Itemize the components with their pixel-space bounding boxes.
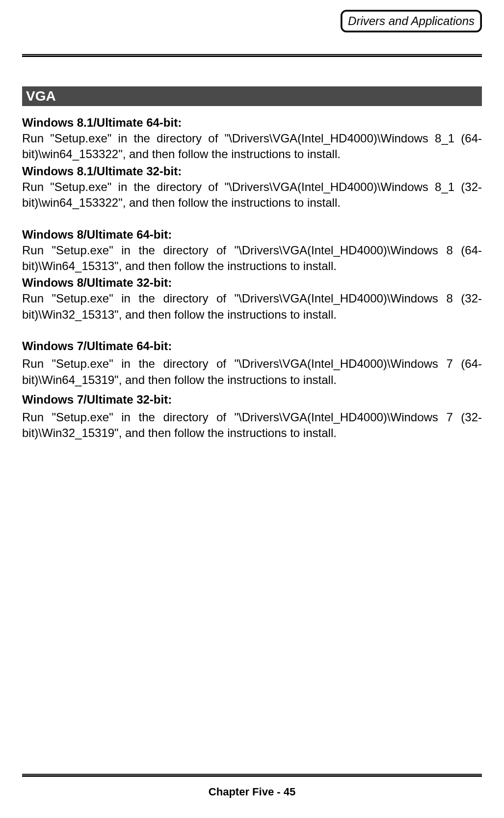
entry-body: Run "Setup.exe" in the directory of "\Dr… — [22, 131, 482, 163]
header-divider — [22, 54, 482, 57]
page-content: VGA Windows 8.1/Ultimate 64-bit: Run "Se… — [22, 86, 482, 441]
page-header: Drivers and Applications — [22, 15, 482, 44]
entry-heading: Windows 7/Ultimate 64-bit: — [22, 339, 482, 353]
entry-body: Run "Setup.exe" in the directory of "\Dr… — [22, 291, 482, 323]
section-title-bar: VGA — [22, 86, 482, 106]
spacer — [22, 212, 482, 226]
entry-body: Run "Setup.exe" in the directory of "\Dr… — [22, 243, 482, 274]
entry-heading: Windows 7/Ultimate 32-bit: — [22, 393, 482, 407]
spacer — [22, 324, 482, 337]
page-number: Chapter Five - 45 — [22, 786, 482, 798]
page-footer: Chapter Five - 45 — [22, 774, 482, 798]
header-badge: Drivers and Applications — [341, 10, 482, 32]
entry-heading: Windows 8/Ultimate 64-bit: — [22, 228, 482, 242]
entry-body: Run "Setup.exe" in the directory of "\Dr… — [22, 179, 482, 211]
spacer — [22, 389, 482, 391]
footer-divider — [22, 774, 482, 777]
entry-heading: Windows 8.1/Ultimate 64-bit: — [22, 116, 482, 130]
entry-heading: Windows 8/Ultimate 32-bit: — [22, 276, 482, 290]
entry-body: Run "Setup.exe" in the directory of "\Dr… — [22, 409, 482, 441]
entry-heading: Windows 8.1/Ultimate 32-bit: — [22, 164, 482, 178]
entry-body: Run "Setup.exe" in the directory of "\Dr… — [22, 356, 482, 388]
